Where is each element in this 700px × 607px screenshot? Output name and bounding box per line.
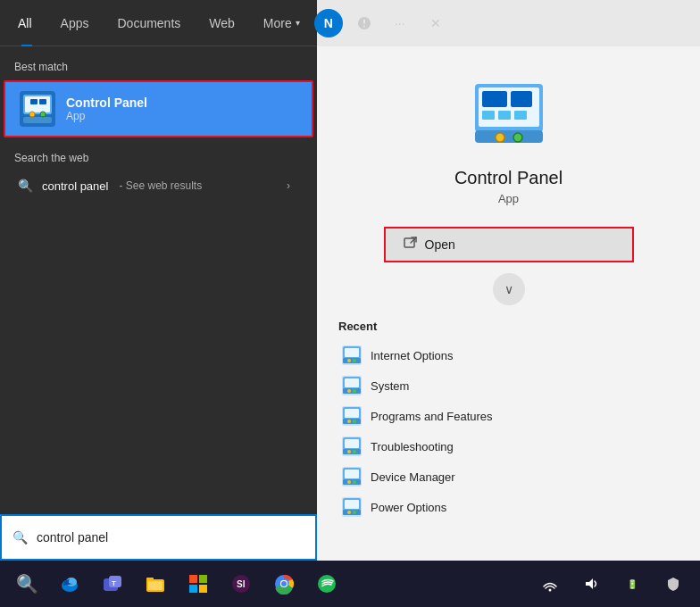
see-web-results: - See web results [119,179,202,192]
svg-point-25 [353,359,356,362]
app-type: App [66,110,297,122]
app-large-type: App [498,192,519,205]
svg-point-73 [281,581,287,586]
edge-taskbar-icon[interactable] [50,564,89,603]
open-label: Open [425,237,455,252]
svg-rect-65 [199,575,207,583]
taskbar: 🔍 T Sl [0,561,700,607]
store-taskbar-icon[interactable] [179,564,218,603]
svg-point-54 [347,511,351,514]
programs-label: Programs and Features [371,410,493,423]
network-icon[interactable] [530,564,570,603]
svg-rect-52 [345,500,359,509]
list-item[interactable]: System [338,370,679,401]
svg-rect-23 [343,358,361,363]
slack-taskbar-icon[interactable]: Sl [221,564,261,603]
user-avatar[interactable]: N [314,9,343,37]
tab-web[interactable]: Web [195,0,249,46]
close-button[interactable]: ✕ [421,9,450,37]
svg-point-3 [29,112,35,117]
tab-bar-right: N ··· ✕ [314,9,450,37]
svg-rect-34 [345,409,359,418]
programs-icon [342,406,362,426]
list-item[interactable]: Programs and Features [338,401,679,431]
list-item[interactable]: Power Options [338,492,679,522]
tab-more[interactable]: More ▾ [249,0,314,46]
svg-point-18 [513,133,522,142]
tab-documents[interactable]: Documents [103,0,195,46]
list-item[interactable]: Troubleshooting [338,431,679,461]
svg-point-42 [347,450,351,453]
svg-point-17 [496,133,504,142]
svg-rect-19 [404,238,414,247]
svg-rect-11 [482,91,507,107]
open-icon [404,237,418,254]
svg-rect-6 [30,99,38,104]
device-manager-icon [342,467,362,486]
svg-point-37 [353,420,356,423]
svg-rect-66 [189,585,197,593]
search-web-icon: 🔍 [18,179,33,193]
search-taskbar-icon[interactable]: 🔍 [7,564,46,603]
tab-all[interactable]: All [7,0,46,46]
svg-rect-16 [475,130,543,143]
svg-rect-67 [199,585,207,593]
right-panel: Control Panel App Open ∨ Recent [317,0,700,561]
svg-text:T: T [112,579,116,587]
security-icon[interactable] [654,564,693,603]
right-content: Control Panel App Open ∨ Recent [317,46,700,561]
power-options-label: Power Options [371,501,446,514]
svg-rect-46 [345,470,359,478]
expand-button[interactable]: ∨ [493,273,525,305]
app-large-name: Control Panel [454,168,562,188]
search-web-item[interactable]: 🔍 control panel - See web results › [14,168,303,204]
best-match-item[interactable]: Control Panel App [4,80,313,137]
svg-rect-4 [23,117,52,123]
taskbar-right: 🔋 [530,564,693,603]
svg-rect-35 [343,419,361,424]
search-bar: 🔍 [0,514,317,561]
svg-rect-47 [343,479,361,485]
chrome-taskbar-icon[interactable] [264,564,304,603]
svg-rect-40 [345,439,359,448]
svg-rect-2 [25,96,50,112]
svg-rect-14 [498,111,511,120]
device-manager-label: Device Manager [371,470,455,484]
recent-section: Recent Internet Options [317,305,700,536]
svg-rect-15 [514,111,527,120]
more-options-icon[interactable]: ··· [386,9,414,37]
feedback-icon[interactable] [350,9,379,37]
search-input[interactable] [37,530,304,545]
troubleshooting-icon [342,437,362,456]
svg-point-30 [347,389,351,393]
chevron-down-icon: ∨ [504,282,513,296]
list-item[interactable]: Device Manager [338,461,679,492]
svg-point-75 [549,589,552,592]
svg-rect-62 [146,578,154,581]
tab-bar: All Apps Documents Web More ▾ N [0,0,317,46]
svg-rect-22 [345,348,359,357]
svg-point-43 [353,450,356,453]
open-button[interactable]: Open [384,227,634,262]
search-web-arrow[interactable]: › [278,175,299,196]
control-panel-small-icon [342,345,362,365]
list-item[interactable]: Internet Options [338,340,679,370]
explorer-taskbar-icon[interactable] [136,564,175,603]
svg-rect-64 [189,575,197,583]
volume-icon[interactable] [571,564,611,603]
app-large-icon [473,82,545,154]
app-name: Control Panel [66,96,297,110]
battery-icon[interactable]: 🔋 [612,564,652,603]
spotify-taskbar-icon[interactable] [307,564,346,603]
svg-point-55 [353,511,356,514]
svg-rect-12 [511,91,532,107]
teams-taskbar-icon[interactable]: T [93,564,132,603]
svg-rect-29 [343,388,361,394]
tab-apps[interactable]: Apps [46,0,104,46]
svg-point-36 [347,420,351,423]
svg-point-48 [347,480,351,484]
svg-rect-13 [482,111,495,120]
svg-rect-41 [343,449,361,454]
svg-point-5 [40,112,46,117]
app-info: Control Panel App [66,96,297,122]
